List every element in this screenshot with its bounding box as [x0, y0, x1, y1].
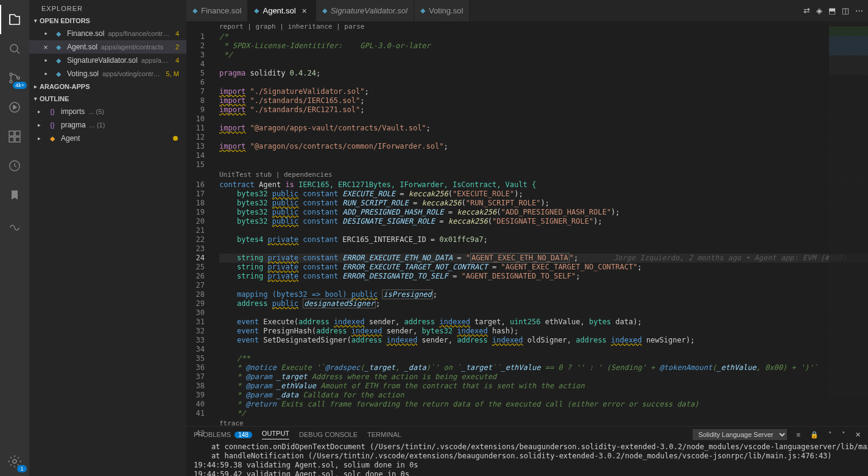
dirty-dot-icon[interactable]: •: [41, 56, 50, 65]
clear-output-icon[interactable]: ≡: [797, 431, 800, 438]
scm-icon[interactable]: 4k+: [0, 63, 29, 93]
more-icon[interactable]: ⋯: [855, 6, 863, 15]
file-problem-badge: 5, M: [166, 70, 182, 77]
panel-tabs: PROBLEMS148 OUTPUT DEBUG CONSOLE TERMINA…: [186, 427, 868, 442]
panel-tab-terminal[interactable]: TERMINAL: [367, 431, 401, 438]
outline-detail: ... (5): [88, 108, 104, 115]
file-name: Agent.sol: [67, 43, 97, 51]
editor-tab[interactable]: ◆SignatureValidator.sol: [316, 0, 414, 21]
file-path: apps/agent/contracts: [101, 43, 172, 51]
editor-tab[interactable]: ◆Voting.sol: [414, 0, 470, 21]
solidity-file-icon: ◆: [54, 30, 63, 38]
open-changes-icon[interactable]: ⬒: [828, 6, 836, 15]
codelens[interactable]: ftrace: [219, 418, 868, 426]
output-channel-select[interactable]: Solidity Language Server: [693, 429, 787, 440]
open-editors-label: OPEN EDITORS: [40, 17, 90, 24]
file-path: apps/finance/contracts: [108, 30, 172, 37]
tab-bar: ◆Finance.sol◆Agent.sol×◆SignatureValidat…: [186, 0, 868, 21]
outline-error-dot-icon: [173, 136, 178, 141]
outline-label: OUTLINE: [40, 95, 69, 102]
search-icon[interactable]: [0, 34, 29, 63]
lock-scroll-icon[interactable]: 🔒: [810, 431, 819, 439]
editor-tab[interactable]: ◆Finance.sol: [186, 0, 248, 21]
chevron-right-icon: ▸: [38, 108, 44, 115]
settings-icon[interactable]: 1: [0, 447, 29, 476]
problems-count-badge: 148: [235, 432, 252, 438]
file-name: SignatureValidator.sol: [67, 56, 138, 65]
minimap[interactable]: [829, 21, 868, 399]
svg-point-1: [10, 73, 12, 76]
output-line: at handleNotification (/Users/tintin/.vs…: [194, 452, 861, 461]
compare-icon[interactable]: ⇄: [803, 6, 810, 15]
solidity-file-icon: ◆: [192, 7, 197, 15]
extensions-icon[interactable]: [0, 122, 29, 151]
svg-rect-6: [15, 131, 20, 136]
scm-badge: 4k+: [13, 82, 27, 89]
panel-down-icon[interactable]: ˅: [842, 431, 845, 439]
dirty-dot-icon[interactable]: •: [41, 69, 50, 79]
tab-label: Finance.sol: [201, 6, 241, 15]
tab-label: Agent.sol: [263, 6, 295, 15]
chevron-right-icon: ▸: [38, 135, 44, 141]
open-editor-item[interactable]: •◆SignatureValidator.solapps/agent/cont.…: [29, 54, 186, 67]
gutter: 1234567891011121314151617181920212223242…: [186, 21, 216, 426]
outline-item[interactable]: ▸{}pragma ... (1): [29, 118, 186, 132]
panel-tab-debug[interactable]: DEBUG CONSOLE: [299, 431, 358, 438]
folder-header[interactable]: ▸ARAGON-APPS: [29, 80, 186, 93]
outline-header[interactable]: ▾OUTLINE: [29, 93, 186, 105]
sidebar-title: EXPLORER: [29, 0, 186, 15]
tab-label: SignatureValidator.sol: [331, 6, 408, 15]
activity-extra-1-icon[interactable]: [0, 151, 29, 180]
split-icon[interactable]: ◫: [842, 6, 849, 15]
outline-symbol-icon: {}: [48, 108, 57, 115]
activity-extra-2-icon[interactable]: [0, 210, 29, 239]
panel-output-body[interactable]: at connection.onDidOpenTextDocument (/Us…: [186, 442, 868, 476]
code-area[interactable]: report | graph | inheritance | parse/* *…: [216, 21, 868, 426]
open-editor-item[interactable]: •◆Voting.solapps/voting/contracts5, M: [29, 67, 186, 80]
open-editor-item[interactable]: ×◆Agent.solapps/agent/contracts2: [29, 40, 186, 54]
outline-item[interactable]: ▸{}imports ... (5): [29, 105, 186, 118]
dirty-dot-icon[interactable]: •: [41, 29, 50, 38]
open-editor-item[interactable]: •◆Finance.solapps/finance/contracts4: [29, 27, 186, 40]
outline-label: pragma: [61, 121, 86, 129]
panel-up-icon[interactable]: ˄: [828, 431, 832, 439]
tabbar-actions: ⇄ ◈ ⬒ ◫ ⋯: [799, 0, 868, 21]
outline-item[interactable]: ▸◆Agent: [29, 132, 186, 145]
outline-label: Agent: [61, 134, 80, 143]
file-name: Finance.sol: [67, 29, 104, 38]
bookmark-icon[interactable]: [0, 180, 29, 210]
output-line: at connection.onDidOpenTextDocument (/Us…: [194, 442, 861, 452]
panel-close-icon[interactable]: ✕: [855, 431, 861, 439]
tab-label: Voting.sol: [429, 6, 463, 15]
file-path: apps/agent/cont...: [141, 57, 172, 64]
sidebar: EXPLORER ▾OPEN EDITORS •◆Finance.solapps…: [29, 0, 186, 476]
open-editors-header[interactable]: ▾OPEN EDITORS: [29, 15, 186, 27]
outline-symbol-icon: {}: [48, 121, 57, 129]
solidity-file-icon: ◆: [54, 70, 63, 78]
solidity-file-icon: ◆: [420, 7, 425, 15]
file-problem-badge: 2: [175, 43, 182, 51]
file-problem-badge: 4: [175, 57, 182, 64]
output-line: 19:44:59.42 validating Agent.sol, solc d…: [194, 470, 861, 476]
preview-icon[interactable]: ◈: [816, 6, 822, 15]
close-icon[interactable]: ×: [41, 43, 50, 52]
editor[interactable]: 1234567891011121314151617181920212223242…: [186, 21, 868, 426]
chevron-right-icon: ▸: [38, 122, 44, 128]
outline-symbol-icon: ◆: [48, 135, 57, 143]
chevron-down-icon: ▾: [34, 18, 37, 24]
explorer-icon[interactable]: [0, 5, 29, 34]
codelens[interactable]: UnitTest stub | dependencies: [219, 169, 868, 180]
svg-rect-5: [9, 131, 14, 136]
folder-label: ARAGON-APPS: [40, 83, 90, 90]
close-icon[interactable]: ×: [300, 6, 309, 16]
debug-icon[interactable]: [0, 93, 29, 122]
svg-point-10: [13, 460, 16, 463]
file-name: Voting.sol: [67, 69, 99, 78]
activity-bar: 4k+ 1: [0, 0, 29, 476]
codelens[interactable]: report | graph | inheritance | parse: [219, 21, 868, 32]
svg-point-0: [10, 44, 18, 52]
editor-tab[interactable]: ◆Agent.sol×: [248, 0, 316, 21]
bottom-panel: PROBLEMS148 OUTPUT DEBUG CONSOLE TERMINA…: [186, 426, 868, 476]
svg-rect-7: [9, 137, 14, 142]
panel-tab-output[interactable]: OUTPUT: [262, 430, 289, 439]
